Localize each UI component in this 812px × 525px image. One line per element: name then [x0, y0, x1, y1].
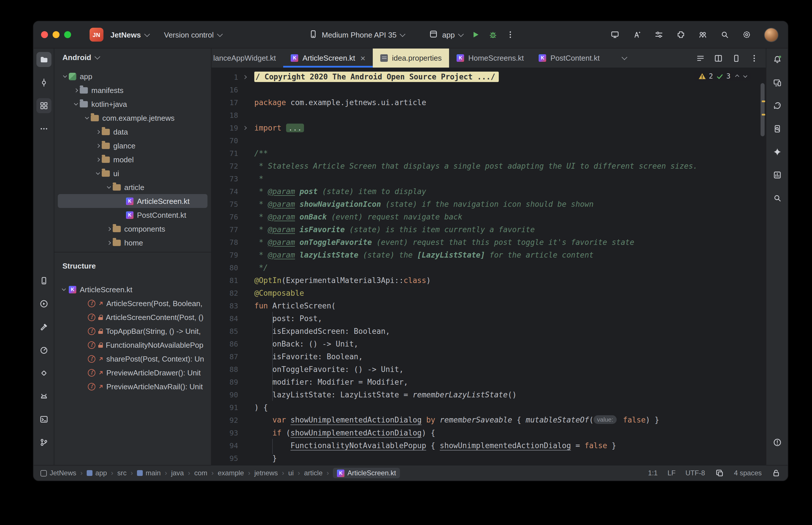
structure-item-previewarticlenavrail-unit[interactable]: fPreviewArticleNavRail(): Unit: [54, 379, 211, 393]
project-tree-item-postcontent-kt[interactable]: KPostContent.kt: [58, 208, 207, 222]
breadcrumb-articlescreen-kt[interactable]: KArticleScreen.kt: [333, 468, 400, 478]
tab-idea-properties[interactable]: idea.properties: [373, 48, 449, 68]
tab-homescreens-kt[interactable]: KHomeScreens.kt: [449, 48, 531, 68]
code-line-88[interactable]: 88 onToggleFavorite: () -> Unit,: [211, 363, 766, 375]
chevron-down-icon[interactable]: [63, 73, 67, 77]
code-editor[interactable]: 1/ Copyright 2020 The Android Open Sourc…: [211, 68, 766, 465]
close-window-button[interactable]: [41, 31, 48, 38]
structure-item-articlescreen-post-boolean[interactable]: fArticleScreen(Post, Boolean,: [54, 296, 211, 310]
code-line-72[interactable]: 72 * Stateless Article Screen that displ…: [211, 160, 766, 172]
code-line-74[interactable]: 74 * @param post (state) item to display: [211, 185, 766, 197]
project-tree-item-article[interactable]: article: [58, 180, 207, 194]
project-tree-item-ui[interactable]: ui: [58, 166, 207, 180]
code-line-86[interactable]: 86 onBack: () -> Unit,: [211, 337, 766, 350]
commit-icon[interactable]: [36, 75, 51, 90]
gemini-icon[interactable]: [769, 145, 785, 160]
logcat-icon[interactable]: [36, 389, 51, 404]
chevron-right-icon[interactable]: [74, 88, 78, 92]
project-tree-item-kotlin-java[interactable]: kotlin+java: [58, 97, 207, 111]
code-line-76[interactable]: 76 * @param onBack (event) request navig…: [211, 210, 766, 223]
fold-arrow-icon[interactable]: [242, 75, 247, 79]
device-selector[interactable]: Medium Phone API 35: [309, 29, 405, 40]
chevron-down-icon[interactable]: [96, 170, 100, 175]
tab-articlescreen-kt[interactable]: KArticleScreen.kt×: [283, 48, 373, 68]
caret-position[interactable]: 1:1: [648, 469, 658, 477]
breadcrumb-src[interactable]: src: [117, 469, 127, 477]
chevron-right-icon[interactable]: [96, 130, 100, 134]
chevron-down-icon[interactable]: [107, 184, 111, 188]
code-line-71[interactable]: 71/**: [211, 147, 766, 160]
project-tree-item-app[interactable]: app: [58, 69, 207, 83]
structure-item-previewarticledrawer-unit[interactable]: fPreviewArticleDrawer(): Unit: [54, 365, 211, 379]
breadcrumb-example[interactable]: example: [218, 469, 244, 477]
project-tree-item-home[interactable]: home: [58, 236, 207, 250]
fold-arrow-icon[interactable]: [242, 125, 247, 130]
code-line-93[interactable]: 93 if (showUnimplementedActionDialog) {: [211, 426, 766, 439]
editor-scrollbar[interactable]: [761, 83, 765, 136]
run-configuration-selector[interactable]: app: [429, 29, 463, 40]
warning-stripe-mark[interactable]: [762, 101, 765, 102]
device-preview-icon[interactable]: [732, 54, 741, 63]
code-line-75[interactable]: 75 * @param showNavigationIcon (state) i…: [211, 197, 766, 210]
device-mirroring-icon[interactable]: [610, 30, 620, 39]
project-tree-item-com-example-jetnews[interactable]: com.example.jetnews: [58, 111, 207, 125]
code-line-83[interactable]: 83fun ArticleScreen(: [211, 299, 766, 312]
more-run-options-icon[interactable]: [506, 30, 515, 39]
plugins-icon[interactable]: [676, 30, 685, 39]
code-line-95[interactable]: 95 }: [211, 452, 766, 464]
split-editor-icon[interactable]: [714, 54, 723, 63]
debug-button[interactable]: [488, 30, 498, 39]
structure-item-topappbar-string-unit[interactable]: fTopAppBar(String, () -> Unit,: [54, 324, 211, 338]
terminal-icon[interactable]: [36, 412, 51, 427]
build-icon[interactable]: [36, 319, 51, 334]
search-everywhere-icon[interactable]: [720, 30, 729, 39]
breadcrumb-app[interactable]: app: [87, 469, 107, 477]
breadcrumb-jetnews[interactable]: jetnews: [254, 469, 278, 477]
chevron-down-icon[interactable]: [85, 115, 89, 119]
code-line-87[interactable]: 87 isFavorite: Boolean,: [211, 350, 766, 363]
code-line-94[interactable]: 94 FunctionalityNotAvailablePopup { show…: [211, 439, 766, 452]
code-line-78[interactable]: 78 * @param onToggleFavorite (event) req…: [211, 236, 766, 248]
code-line-19[interactable]: 19import ...: [211, 121, 766, 134]
breadcrumb-article[interactable]: article: [304, 469, 323, 477]
notifications-icon[interactable]: [769, 52, 785, 67]
breadcrumb-ui[interactable]: ui: [289, 469, 294, 477]
settings-sliders-icon[interactable]: [654, 30, 663, 39]
code-style-icon[interactable]: [715, 468, 724, 478]
breadcrumb-main[interactable]: main: [137, 469, 161, 477]
structure-item-sharepost-post-context-un[interactable]: fsharePost(Post, Context): Un: [54, 352, 211, 365]
run-button[interactable]: [471, 30, 480, 39]
device-explorer-icon[interactable]: [769, 121, 785, 136]
project-selector[interactable]: JetNews: [110, 30, 149, 39]
hidden-tabs-chevron[interactable]: [622, 48, 626, 68]
resource-manager-icon[interactable]: [36, 98, 51, 113]
structure-root-articlescreen-kt[interactable]: KArticleScreen.kt: [54, 282, 211, 296]
chevron-down-icon[interactable]: [62, 286, 66, 290]
code-line-17[interactable]: 17package com.example.jetnews.ui.article: [211, 96, 766, 109]
warning-stripe-mark[interactable]: [762, 114, 765, 116]
breadcrumb-java[interactable]: java: [171, 469, 184, 477]
chevron-right-icon[interactable]: [96, 158, 100, 162]
code-line-85[interactable]: 85 isExpandedScreen: Boolean,: [211, 325, 766, 337]
code-line-92[interactable]: 92 var showUnimplementedActionDialog by …: [211, 414, 766, 426]
tab-list-icon[interactable]: [696, 54, 705, 63]
app-insights-icon[interactable]: [769, 167, 785, 182]
code-line-77[interactable]: 77 * @param isFavorite (state) is this i…: [211, 223, 766, 236]
project-tree-item-model[interactable]: model: [58, 152, 207, 166]
project-tree-item-components[interactable]: components: [58, 222, 207, 236]
find-icon[interactable]: [769, 191, 785, 206]
code-line-70[interactable]: 70: [211, 134, 766, 147]
project-panel-header[interactable]: Android: [54, 48, 211, 66]
user-avatar[interactable]: [764, 27, 779, 42]
project-tree-item-glance[interactable]: glance: [58, 139, 207, 152]
unlock-icon[interactable]: [771, 468, 781, 478]
line-separator[interactable]: LF: [667, 469, 676, 477]
chevron-right-icon[interactable]: [96, 144, 100, 148]
code-line-90[interactable]: 90 lazyListState: LazyListState = rememb…: [211, 388, 766, 401]
project-tree-item-item[interactable]: [58, 250, 207, 252]
code-line-73[interactable]: 73 *: [211, 172, 766, 185]
problems-icon[interactable]: [769, 435, 785, 450]
run-icon[interactable]: [36, 296, 51, 311]
vcs-selector[interactable]: Version control: [164, 30, 222, 39]
running-devices-icon[interactable]: [769, 75, 785, 90]
